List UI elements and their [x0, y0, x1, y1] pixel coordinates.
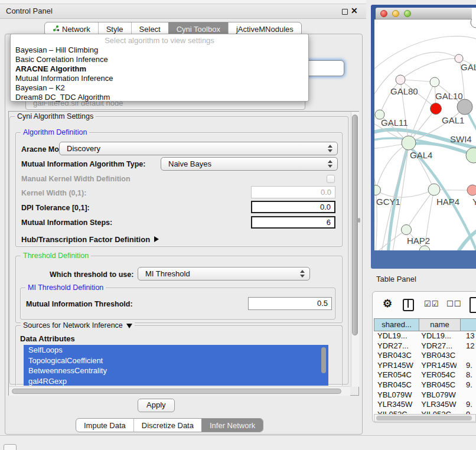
table-row[interactable]: YBL079WYBL079W	[374, 390, 476, 400]
tab-discretize-data[interactable]: Discretize Data	[133, 419, 201, 432]
network-edge[interactable]	[400, 80, 435, 82]
network-node-gal10[interactable]	[430, 77, 439, 87]
table-cell: YBR045C	[374, 380, 417, 390]
network-node-label: GAL80	[390, 86, 418, 96]
table-cell: YPR145W	[417, 361, 457, 371]
sources-expander[interactable]: Sources for Network Inference	[21, 321, 135, 330]
network-node[interactable]	[457, 99, 472, 115]
zoom-traffic-light[interactable]	[404, 10, 411, 17]
screen: Control Panel ✕ NetworkStyleSelectCyni T…	[0, 0, 476, 450]
unselect-all-columns-icon[interactable]: ☐☐	[446, 299, 461, 308]
network-node-swi4[interactable]	[466, 148, 476, 163]
dropdown-item[interactable]: Basic Correlation Inference	[11, 55, 308, 64]
table-cell: YLR345W	[417, 400, 457, 410]
float-window-icon[interactable]	[342, 9, 348, 15]
table-scrollbar-thumb[interactable]	[376, 416, 472, 420]
combo-arrows-icon	[328, 160, 333, 168]
table-cell: 9.	[457, 380, 476, 390]
hub-definition-expander[interactable]: Hub/Transcription Factor Definition	[21, 235, 159, 244]
dropdown-item[interactable]: Bayesian – Hill Climbing	[11, 45, 308, 55]
cyni-algorithm-settings-title: Cyni Algorithm Settings	[15, 112, 96, 120]
dropdown-item[interactable]: Dream8 DC_TDC Algorithm	[11, 93, 308, 102]
vertical-scrollbar-thumb[interactable]	[352, 115, 358, 335]
network-edge[interactable]	[406, 190, 434, 230]
network-canvas[interactable]: GALGAL80GAL10GAL1GAL11GAL4SWI4GCY1HAP4YH…	[374, 19, 476, 250]
select-all-columns-icon[interactable]: ☑☑	[424, 299, 439, 308]
which-threshold-combobox[interactable]: MI Threshold	[138, 267, 310, 281]
table-row[interactable]: YBR045CYBR045C9.	[374, 380, 476, 390]
network-node[interactable]	[471, 19, 476, 28]
mi-threshold-input[interactable]: 0.5	[248, 297, 332, 310]
mi-type-combobox[interactable]: Naive Bayes	[161, 157, 338, 171]
network-node-hap2[interactable]	[402, 225, 412, 235]
dropdown-item[interactable]: Bayesian – K2	[11, 83, 308, 93]
attributes-scrollbar-thumb[interactable]	[321, 347, 326, 373]
table-row[interactable]: YLR345WYLR345W9.	[374, 400, 476, 410]
mi-steps-label: Mutual Information Steps:	[21, 219, 112, 227]
bottom-strip	[0, 436, 476, 450]
network-node-gal80[interactable]	[396, 75, 405, 84]
column-header[interactable]	[461, 318, 476, 331]
tab-impute-data[interactable]: Impute Data	[76, 419, 133, 432]
network-node-label: SWI4	[450, 134, 472, 144]
cyni-mode-tabbar: Impute DataDiscretize DataInfer Network	[76, 418, 263, 432]
network-node-label: GAL10	[435, 91, 463, 101]
table-cell	[457, 351, 476, 361]
network-node-hap4[interactable]	[428, 184, 440, 195]
network-node-gcy1[interactable]	[374, 185, 381, 195]
attribute-list-item[interactable]: gal4RGexp	[24, 376, 328, 386]
table-row[interactable]: YDL19...YDL19...13	[374, 331, 476, 341]
kernel-width-input[interactable]: 0.0	[251, 186, 335, 198]
table-row[interactable]: YBR043CYBR043C	[374, 351, 476, 361]
column-header[interactable]: shared...	[374, 318, 419, 331]
dropdown-placeholder: Select algorithm to view settings	[11, 35, 308, 45]
table-panel-title: Table Panel	[376, 275, 416, 283]
attribute-list-item[interactable]: TopologicalCoefficient	[24, 356, 328, 366]
panel-divider-handle[interactable]	[358, 218, 360, 223]
mi-steps-input[interactable]: 6	[251, 216, 335, 229]
export-table-icon[interactable]	[470, 297, 476, 313]
table-horizontal-scrollbar[interactable]	[374, 414, 476, 422]
attribute-list-item[interactable]: SelfLoops	[24, 345, 328, 356]
dropdown-item[interactable]: Mutual Information Inference	[11, 74, 308, 83]
network-node-gal1[interactable]	[431, 103, 442, 115]
horizontal-scrollbar-thumb[interactable]	[12, 389, 341, 394]
table-body: YDL19...YDL19...13YDR27...YDR27...12YBR0…	[374, 331, 476, 414]
tab-infer-network[interactable]: Infer Network	[201, 419, 263, 432]
close-icon[interactable]: ✕	[351, 6, 358, 15]
expander-down-icon	[126, 324, 132, 328]
table-row[interactable]: YPR145WYPR145W9.	[374, 361, 476, 371]
apply-button[interactable]: Apply	[138, 399, 175, 412]
network-node-gal[interactable]	[455, 54, 463, 63]
network-node-gal4[interactable]	[402, 136, 416, 150]
minimize-traffic-light[interactable]	[392, 10, 399, 17]
table-cell: YBR043C	[374, 351, 417, 361]
network-node-y[interactable]	[467, 185, 476, 195]
horizontal-scrollbar[interactable]	[9, 386, 350, 396]
attribute-list-item[interactable]: BetweennessCentrality	[24, 366, 328, 376]
table-row[interactable]: YIL052CYIL052C9.	[374, 410, 476, 414]
table-cell: 9.	[457, 361, 476, 371]
network-edge[interactable]	[400, 58, 459, 80]
table-row[interactable]: YDR27...YDR27...12	[374, 341, 476, 351]
dpi-tolerance-input[interactable]: 0.0	[251, 201, 335, 213]
table-cell: 8.	[457, 370, 476, 380]
table-row[interactable]: YER054CYER054C8.	[374, 370, 476, 380]
mi-threshold-label: Mutual Information Threshold:	[26, 300, 133, 308]
control-panel-title: Control Panel	[6, 4, 53, 18]
minimized-panel-chip[interactable]	[4, 444, 17, 450]
vertical-scrollbar[interactable]	[351, 112, 359, 387]
manual-kernel-label: Manual Kernel Width Definition	[21, 175, 131, 183]
table-cell: YBR043C	[417, 351, 457, 361]
which-threshold-value: MI Threshold	[145, 268, 190, 280]
data-attributes-label: Data Attributes	[20, 334, 75, 343]
gear-icon[interactable]: ⚙	[383, 298, 392, 309]
column-header[interactable]: name	[419, 318, 461, 331]
aracne-mode-combobox[interactable]: Discovery	[59, 142, 338, 155]
network-edge[interactable]	[380, 80, 400, 115]
columns-icon[interactable]	[403, 299, 414, 311]
manual-kernel-checkbox[interactable]	[327, 175, 335, 183]
close-traffic-light[interactable]	[380, 10, 387, 17]
dropdown-item[interactable]: ARACNE Algorithm	[11, 64, 308, 74]
network-window-titlebar[interactable]	[376, 8, 472, 19]
